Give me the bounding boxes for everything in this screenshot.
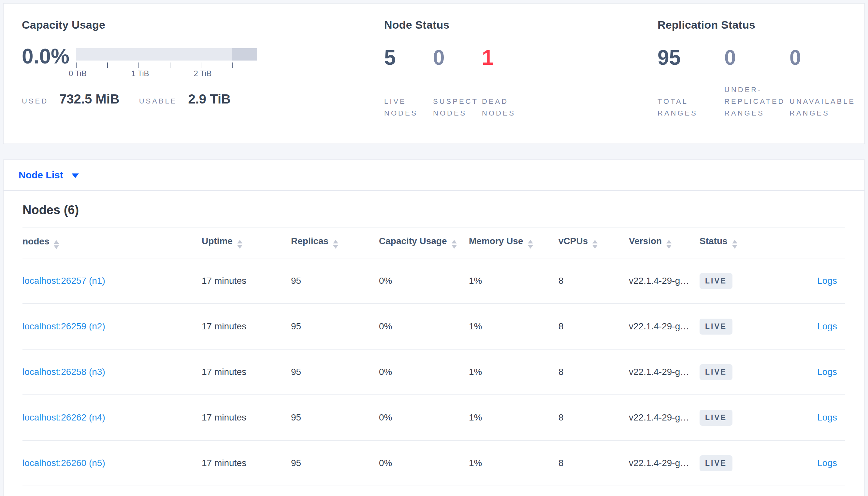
tick-label-1tib: 1 TiB [131, 69, 149, 78]
nodes-table-header: nodes Uptime Replicas Capacity Usage Mem… [23, 227, 845, 259]
node-status-title: Node Status [384, 18, 658, 31]
column-header-capacity-usage[interactable]: Capacity Usage [379, 236, 469, 249]
status-badge: LIVE [700, 319, 732, 335]
sort-icon [333, 240, 338, 249]
replicas-cell: 95 [291, 367, 379, 377]
under-replicated-ranges-value: 0 [724, 46, 790, 69]
column-header-nodes[interactable]: nodes [23, 236, 202, 249]
live-nodes-value: 5 [384, 46, 433, 69]
column-header-memory-use[interactable]: Memory Use [469, 236, 558, 249]
suspect-nodes-label: SUSPECT [433, 96, 482, 107]
capacity-bar-dark-segment [232, 48, 257, 61]
logs-link[interactable]: Logs [817, 458, 837, 468]
total-ranges-value: 95 [658, 46, 724, 69]
sort-icon [54, 240, 59, 249]
capacity-usage-title: Capacity Usage [22, 18, 384, 31]
table-row: localhost:26257 (n1) 17 minutes 95 0% 1%… [23, 259, 845, 304]
vcpus-cell: 8 [558, 412, 629, 423]
sort-icon [452, 240, 457, 249]
status-badge: LIVE [700, 273, 732, 289]
under-replicated-ranges-label: UNDER- [724, 84, 790, 96]
replication-status-title: Replication Status [658, 18, 864, 31]
replication-status-section: Replication Status 95 TOTAL RANGES 0 UND… [658, 18, 864, 143]
column-header-vcpus[interactable]: vCPUs [558, 236, 629, 249]
chevron-down-icon [72, 173, 79, 178]
column-header-status[interactable]: Status [700, 236, 789, 249]
replicas-cell: 95 [291, 458, 379, 468]
node-list-dropdown-label: Node List [18, 170, 63, 181]
nodes-table-card: Nodes (6) nodes Uptime Replicas Capacity… [3, 191, 865, 496]
vcpus-cell: 8 [558, 321, 629, 332]
uptime-cell: 17 minutes [202, 412, 291, 423]
sort-icon [592, 240, 598, 249]
live-nodes-stat: 5 LIVE NODES [384, 46, 433, 119]
suspect-nodes-value: 0 [433, 46, 482, 69]
capacity-percent-value: 0.0% [22, 44, 76, 79]
node-link[interactable]: localhost:26262 (n4) [23, 412, 105, 422]
node-link[interactable]: localhost:26260 (n5) [23, 458, 105, 468]
logs-link[interactable]: Logs [817, 276, 837, 286]
cluster-summary-card: Capacity Usage 0.0% 0 TiB 1 TiB [3, 3, 865, 144]
capacity-bar-chart: 0 TiB 1 TiB 2 TiB [76, 48, 257, 79]
table-row: localhost:26258 (n3) 17 minutes 95 0% 1%… [23, 350, 845, 395]
version-cell: v22.1.4-29-g… [629, 321, 700, 332]
capacity-usage-section: Capacity Usage 0.0% 0 TiB 1 TiB [22, 18, 384, 143]
capacity-bar-ticks [76, 61, 257, 69]
used-label: USED [22, 97, 48, 106]
vcpus-cell: 8 [558, 367, 629, 377]
column-header-version[interactable]: Version [629, 236, 700, 249]
total-ranges-stat: 95 TOTAL RANGES [658, 46, 724, 119]
sort-icon [528, 240, 533, 249]
logs-link[interactable]: Logs [817, 367, 837, 377]
version-cell: v22.1.4-29-g… [629, 276, 700, 286]
replicas-cell: 95 [291, 412, 379, 423]
dead-nodes-stat: 1 DEAD NODES [482, 46, 531, 119]
capacity-bar [76, 48, 257, 61]
node-link[interactable]: localhost:26259 (n2) [23, 321, 105, 331]
node-status-section: Node Status 5 LIVE NODES 0 SUSPECT NODES… [384, 18, 658, 143]
memory-use-cell: 1% [469, 458, 558, 468]
sort-icon [732, 240, 737, 249]
under-replicated-ranges-stat: 0 UNDER- REPLICATED RANGES [724, 46, 790, 119]
version-cell: v22.1.4-29-g… [629, 458, 700, 468]
capacity-usage-cell: 0% [379, 321, 469, 332]
unavailable-ranges-value: 0 [790, 46, 864, 69]
usable-value: 2.9 TiB [188, 92, 230, 106]
used-value: 732.5 MiB [59, 92, 120, 106]
unavailable-ranges-stat: 0 UNAVAILABLE RANGES [790, 46, 864, 119]
status-badge: LIVE [700, 410, 732, 426]
memory-use-cell: 1% [469, 276, 558, 286]
column-header-uptime[interactable]: Uptime [202, 236, 291, 249]
dead-nodes-value: 1 [482, 46, 531, 69]
live-nodes-label: LIVE [384, 96, 433, 107]
table-row: localhost:26262 (n4) 17 minutes 95 0% 1%… [23, 395, 845, 441]
nodes-table-title: Nodes (6) [23, 203, 845, 217]
logs-link[interactable]: Logs [817, 412, 837, 422]
uptime-cell: 17 minutes [202, 367, 291, 377]
vcpus-cell: 8 [558, 458, 629, 468]
table-row: localhost:26259 (n2) 17 minutes 95 0% 1%… [23, 304, 845, 350]
node-list-dropdown[interactable]: Node List [18, 170, 79, 181]
uptime-cell: 17 minutes [202, 321, 291, 332]
uptime-cell: 17 minutes [202, 458, 291, 468]
dead-nodes-label: DEAD [482, 96, 531, 107]
view-selector-bar: Node List [3, 159, 865, 191]
version-cell: v22.1.4-29-g… [629, 412, 700, 423]
usable-label: USABLE [139, 97, 177, 106]
capacity-usage-cell: 0% [379, 458, 469, 468]
vcpus-cell: 8 [558, 276, 629, 286]
sort-icon [666, 240, 672, 249]
version-cell: v22.1.4-29-g… [629, 367, 700, 377]
replicas-cell: 95 [291, 321, 379, 332]
unavailable-ranges-label: UNAVAILABLE [790, 96, 864, 107]
total-ranges-label: TOTAL [658, 96, 724, 107]
status-badge: LIVE [700, 455, 732, 471]
replicas-cell: 95 [291, 276, 379, 286]
memory-use-cell: 1% [469, 412, 558, 423]
capacity-usage-cell: 0% [379, 412, 469, 423]
capacity-usage-cell: 0% [379, 276, 469, 286]
node-link[interactable]: localhost:26258 (n3) [23, 367, 105, 377]
column-header-replicas[interactable]: Replicas [291, 236, 379, 249]
node-link[interactable]: localhost:26257 (n1) [23, 276, 105, 286]
logs-link[interactable]: Logs [817, 321, 837, 331]
